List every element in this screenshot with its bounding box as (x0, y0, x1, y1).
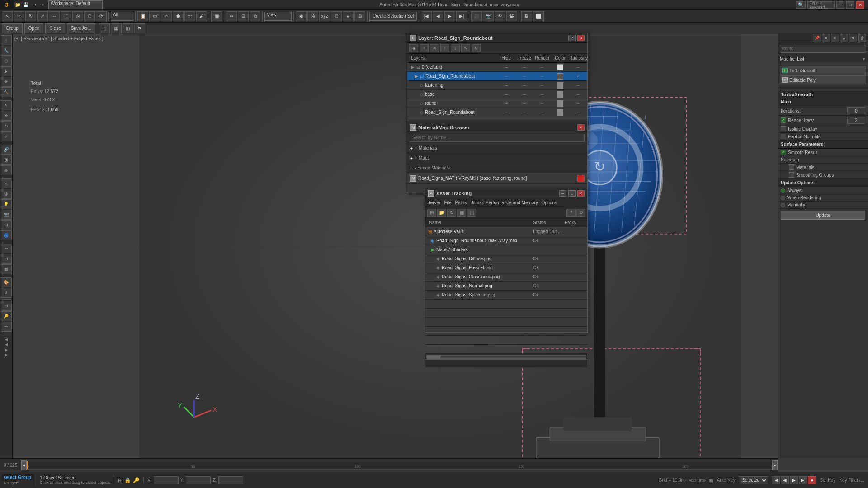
z-input[interactable] (218, 476, 243, 484)
lt-helpers[interactable]: ⊞ (1, 220, 12, 230)
lt-rotate[interactable]: ↻ (1, 121, 12, 131)
view-mode-btn3[interactable]: ◫ (123, 23, 133, 33)
layer-current-btn[interactable]: ◈ (409, 44, 418, 52)
menu-icon-3[interactable]: ↩ (30, 0, 38, 10)
asset-tool2[interactable]: 📁 (437, 209, 446, 217)
render-btn1[interactable]: 🖥 (521, 11, 532, 21)
asset-row-diffuse[interactable]: ◈ Road_Signs_Diffuse.png Ok (425, 254, 587, 263)
cam-btn2[interactable]: 📷 (483, 11, 494, 21)
modifier-item-turbosmooth[interactable]: T TurboSmooth (780, 66, 866, 75)
layer-del-btn[interactable]: ✕ (430, 44, 439, 52)
tool7[interactable]: ◎ (72, 11, 83, 21)
select-btn[interactable]: ↖ (2, 11, 13, 21)
asset-panel-restore-btn[interactable]: □ (568, 190, 576, 197)
ts-materials-checkbox[interactable] (789, 164, 794, 170)
lt-create[interactable]: + (1, 35, 12, 45)
asset-row-gloss[interactable]: ◈ Road_Signs_Glossiness.png Ok (425, 272, 587, 282)
coord-dropdown[interactable]: View (264, 12, 292, 21)
lt-material[interactable]: 🎨 (1, 277, 12, 287)
pct-btn[interactable]: % (307, 11, 318, 21)
move-btn[interactable]: ✛ (14, 11, 24, 21)
lt-select[interactable]: ↖ (1, 100, 12, 110)
xyz-btn[interactable]: xyz (319, 11, 330, 21)
grid-snap-btn[interactable]: # (343, 11, 354, 21)
ts-isoline-checkbox[interactable] (781, 126, 786, 131)
ts-update-btn[interactable]: Update (781, 211, 865, 220)
material-search-input[interactable] (410, 134, 585, 142)
lt-link[interactable]: 🔗 (1, 145, 12, 155)
anim-btn4[interactable]: ▶| (456, 11, 467, 21)
timeline-expand-btn[interactable]: ◂ (21, 460, 27, 470)
lt-array[interactable]: ▦ (1, 264, 12, 274)
minimize-btn[interactable]: ─ (836, 1, 844, 9)
key-mode-dropdown[interactable]: Selected (739, 476, 768, 484)
anim-record-btn[interactable]: ● (808, 476, 816, 484)
status-lock-icon[interactable]: 🔒 (124, 477, 131, 483)
lt-modify[interactable]: 🔧 (1, 46, 12, 56)
lasso-select-btn[interactable]: 〰 (184, 11, 195, 21)
layer-btn[interactable]: ⧉ (250, 11, 260, 21)
asset-menu-options[interactable]: Options (542, 200, 557, 205)
rotate-btn[interactable]: ↻ (25, 11, 36, 21)
asset-tool3[interactable]: ↻ (447, 209, 456, 217)
lt-snap-toggle[interactable]: ⊞ (1, 301, 12, 311)
group-btn[interactable]: Group (2, 23, 23, 33)
mod-pin-btn[interactable]: 📌 (813, 34, 821, 42)
ts-render-iters-checkbox[interactable]: ✓ (781, 117, 786, 123)
lt-curve-editor[interactable]: 〜 (1, 322, 12, 332)
layer-row-round[interactable]: ◇ round – – – – (407, 99, 587, 108)
tool5[interactable]: ↔ (49, 11, 60, 21)
asset-row-max[interactable]: ◈ Road_Sign_Roundabout_max_vray.max Ok (425, 236, 587, 245)
ts-smoothing-checkbox[interactable] (789, 172, 794, 178)
asset-panel-close-btn[interactable]: ✕ (577, 190, 585, 197)
lt-unlink[interactable]: ⛓ (1, 155, 12, 165)
lt-anim-keys[interactable]: 🔑 (1, 311, 12, 321)
tool9[interactable]: ⟳ (96, 11, 107, 21)
y-input[interactable] (186, 476, 211, 484)
layer-row-base[interactable]: ◇ base – – – – (407, 90, 587, 99)
material-panel-close-btn[interactable]: ✕ (577, 124, 585, 131)
lt-utilities[interactable]: 🔨 (1, 87, 12, 97)
lt-align[interactable]: ⊟ (1, 254, 12, 264)
lt-render[interactable]: 🖥 (1, 288, 12, 298)
close-btn[interactable]: ✕ (856, 1, 864, 9)
asset-tool4[interactable]: ▦ (457, 209, 466, 217)
anim-btn1[interactable]: |◀ (421, 11, 432, 21)
layer-row-default[interactable]: ▶ ⊟ 0 (default) – – – – (407, 63, 587, 72)
select-by-name-btn[interactable]: 📋 (137, 11, 148, 21)
asset-menu-bitmap[interactable]: Bitmap Performance and Memory (470, 200, 538, 205)
asset-row-fresnel[interactable]: ◈ Road_Signs_Fresnel.png Ok (425, 263, 587, 272)
view-mode-btn4[interactable]: ⚑ (134, 23, 145, 33)
anim-btn3[interactable]: ▶ (444, 11, 455, 21)
workspace-dropdown[interactable]: Workspace: Default (48, 0, 103, 9)
restore-btn[interactable]: □ (846, 1, 854, 9)
anim-play-btn[interactable]: ▶ (790, 476, 798, 484)
layer-refresh-btn[interactable]: ↻ (472, 44, 481, 52)
ts-smooth-checkbox[interactable]: ✓ (781, 150, 786, 155)
circ-select-btn[interactable]: ○ (161, 11, 172, 21)
pivot-btn[interactable]: ◉ (296, 11, 307, 21)
open-btn[interactable]: Open (24, 23, 43, 33)
modifier-search-input[interactable] (780, 45, 866, 53)
anim-go-start-btn[interactable]: |◀ (772, 476, 780, 484)
angle-snap-btn[interactable]: ⌬ (331, 11, 342, 21)
ts-when-rendering-radio[interactable] (781, 196, 785, 200)
lt-hierarchy[interactable]: ⬡ (1, 56, 12, 66)
layer-row-road-sign[interactable]: ▶ ⊟ Road_Sign_Roundabout – – – ✓ (407, 72, 587, 81)
asset-tool5[interactable]: ⬚ (467, 209, 476, 217)
layer-panel-help-btn[interactable]: ? (568, 35, 576, 41)
material-scene-section[interactable]: – - Scene Materials (407, 163, 587, 173)
timeline-track[interactable]: 0 50 100 150 200 (27, 461, 772, 470)
layer-move-down-btn[interactable]: ↓ (451, 44, 460, 52)
asset-row-specular[interactable]: ◈ Road_Signs_Specular.png Ok (425, 291, 587, 300)
paint-select-btn[interactable]: 🖌 (196, 11, 207, 21)
lt-geometry[interactable]: ◎ (1, 189, 12, 199)
ts-explicit-checkbox[interactable] (781, 134, 786, 139)
close-btn2[interactable]: Close (45, 23, 65, 33)
help-search-input[interactable]: Type a keyword... (807, 1, 835, 9)
lt-bind[interactable]: ⊕ (1, 165, 12, 175)
asset-tool1[interactable]: ⊞ (427, 209, 436, 217)
save-as-btn[interactable]: Save As... (67, 23, 95, 33)
create-selection-btn[interactable]: Create Selection Sel (369, 12, 417, 21)
tool8[interactable]: ⬡ (84, 11, 95, 21)
